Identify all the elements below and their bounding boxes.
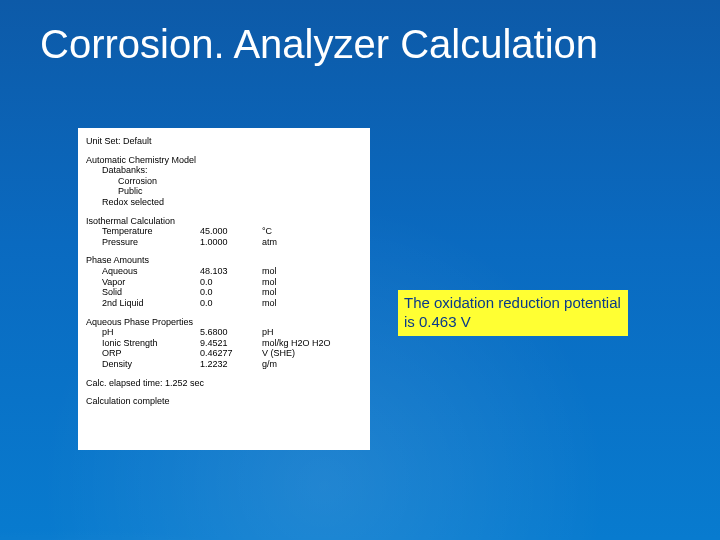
- temperature-value: 45.000: [200, 226, 256, 237]
- unit-set-line: Unit Set: Default: [86, 136, 362, 147]
- results-panel: Unit Set: Default Automatic Chemistry Mo…: [78, 128, 370, 450]
- orp-value: 0.46277: [200, 348, 256, 359]
- pressure-unit: atm: [256, 237, 362, 248]
- ph-unit: pH: [256, 327, 362, 338]
- aq-props-section: Aqueous Phase Properties pH 5.6800 pH Io…: [86, 317, 362, 370]
- aqueous-row: Aqueous 48.103 mol: [86, 266, 362, 277]
- aq-props-header: Aqueous Phase Properties: [86, 317, 362, 328]
- phase-amounts-header: Phase Amounts: [86, 255, 362, 266]
- elapsed-line: Calc. elapsed time: 1.252 sec: [86, 378, 362, 389]
- ionic-label: Ionic Strength: [86, 338, 200, 349]
- density-row: Density 1.2232 g/m: [86, 359, 362, 370]
- orp-label: ORP: [86, 348, 200, 359]
- density-label: Density: [86, 359, 200, 370]
- ionic-row: Ionic Strength 9.4521 mol/kg H2O H2O: [86, 338, 362, 349]
- pressure-value: 1.0000: [200, 237, 256, 248]
- solid-row: Solid 0.0 mol: [86, 287, 362, 298]
- ionic-unit: mol/kg H2O H2O: [256, 338, 362, 349]
- vapor-unit: mol: [256, 277, 362, 288]
- vapor-row: Vapor 0.0 mol: [86, 277, 362, 288]
- isothermal-header: Isothermal Calculation: [86, 216, 362, 227]
- liq2-label: 2nd Liquid: [86, 298, 200, 309]
- model-header: Automatic Chemistry Model: [86, 155, 362, 166]
- orp-unit: V (SHE): [256, 348, 362, 359]
- aqueous-value: 48.103: [200, 266, 256, 277]
- solid-label: Solid: [86, 287, 200, 298]
- slide-title: Corrosion. Analyzer Calculation: [40, 22, 680, 66]
- liq2-row: 2nd Liquid 0.0 mol: [86, 298, 362, 309]
- pressure-row: Pressure 1.0000 atm: [86, 237, 362, 248]
- redox-line: Redox selected: [86, 197, 362, 208]
- ph-label: pH: [86, 327, 200, 338]
- vapor-label: Vapor: [86, 277, 200, 288]
- orp-callout: The oxidation reduction potential is 0.4…: [398, 290, 628, 336]
- phase-amounts-section: Phase Amounts Aqueous 48.103 mol Vapor 0…: [86, 255, 362, 308]
- aqueous-label: Aqueous: [86, 266, 200, 277]
- databanks-label: Databanks:: [86, 165, 362, 176]
- ph-row: pH 5.6800 pH: [86, 327, 362, 338]
- model-section: Automatic Chemistry Model Databanks: Cor…: [86, 155, 362, 208]
- complete-line: Calculation complete: [86, 396, 362, 407]
- slide: Corrosion. Analyzer Calculation Unit Set…: [0, 0, 720, 540]
- liq2-unit: mol: [256, 298, 362, 309]
- pressure-label: Pressure: [86, 237, 200, 248]
- density-unit: g/m: [256, 359, 362, 370]
- ionic-value: 9.4521: [200, 338, 256, 349]
- temperature-row: Temperature 45.000 °C: [86, 226, 362, 237]
- density-value: 1.2232: [200, 359, 256, 370]
- solid-unit: mol: [256, 287, 362, 298]
- temperature-unit: °C: [256, 226, 362, 237]
- ph-value: 5.6800: [200, 327, 256, 338]
- orp-row: ORP 0.46277 V (SHE): [86, 348, 362, 359]
- temperature-label: Temperature: [86, 226, 200, 237]
- aqueous-unit: mol: [256, 266, 362, 277]
- liq2-value: 0.0: [200, 298, 256, 309]
- db-public: Public: [86, 186, 362, 197]
- solid-value: 0.0: [200, 287, 256, 298]
- isothermal-section: Isothermal Calculation Temperature 45.00…: [86, 216, 362, 248]
- vapor-value: 0.0: [200, 277, 256, 288]
- db-corrosion: Corrosion: [86, 176, 362, 187]
